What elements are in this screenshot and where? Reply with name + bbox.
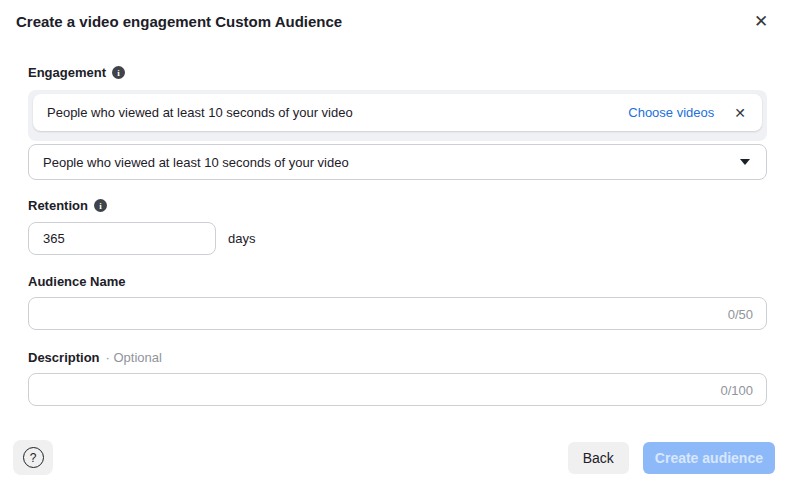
description-label: Description xyxy=(28,350,100,365)
back-button[interactable]: Back xyxy=(568,442,629,474)
help-button[interactable]: ? xyxy=(13,440,53,475)
description-input-wrap: 0/100 xyxy=(28,373,767,406)
engagement-dropdown-value: People who viewed at least 10 seconds of… xyxy=(43,155,349,170)
question-mark-icon: ? xyxy=(23,447,44,468)
description-label-row: Description · Optional xyxy=(28,350,767,365)
selected-engagement-container: People who viewed at least 10 seconds of… xyxy=(28,90,767,141)
retention-input[interactable] xyxy=(28,222,216,255)
create-audience-dialog: Create a video engagement Custom Audienc… xyxy=(0,0,795,482)
chevron-down-icon xyxy=(740,159,750,165)
remove-engagement-button[interactable]: ✕ xyxy=(732,106,748,120)
footer-actions: Back Create audience xyxy=(568,442,775,474)
create-audience-button[interactable]: Create audience xyxy=(643,442,775,474)
retention-label-row: Retention i xyxy=(28,198,767,213)
close-icon: ✕ xyxy=(754,12,768,31)
audience-name-input-wrap: 0/50 xyxy=(28,297,767,330)
description-input[interactable] xyxy=(28,373,767,406)
audience-name-input[interactable] xyxy=(28,297,767,330)
retention-label: Retention xyxy=(28,198,88,213)
description-optional-label: · Optional xyxy=(106,350,162,365)
engagement-label-row: Engagement i xyxy=(28,65,767,80)
page-title: Create a video engagement Custom Audienc… xyxy=(16,13,342,30)
info-icon[interactable]: i xyxy=(112,66,125,79)
selected-engagement-card: People who viewed at least 10 seconds of… xyxy=(33,94,762,131)
retention-unit-label: days xyxy=(228,231,255,246)
engagement-dropdown[interactable]: People who viewed at least 10 seconds of… xyxy=(28,144,767,180)
audience-name-label-row: Audience Name xyxy=(28,274,767,289)
retention-row: days xyxy=(28,222,767,255)
engagement-card-text: People who viewed at least 10 seconds of… xyxy=(47,105,628,120)
engagement-label: Engagement xyxy=(28,65,106,80)
close-button[interactable]: ✕ xyxy=(749,10,773,34)
remove-icon: ✕ xyxy=(734,105,746,121)
dialog-footer: ? Back Create audience xyxy=(13,440,775,475)
choose-videos-link[interactable]: Choose videos xyxy=(628,105,714,120)
dialog-content: Engagement i People who viewed at least … xyxy=(28,65,767,406)
audience-name-label: Audience Name xyxy=(28,274,126,289)
info-icon[interactable]: i xyxy=(94,199,107,212)
